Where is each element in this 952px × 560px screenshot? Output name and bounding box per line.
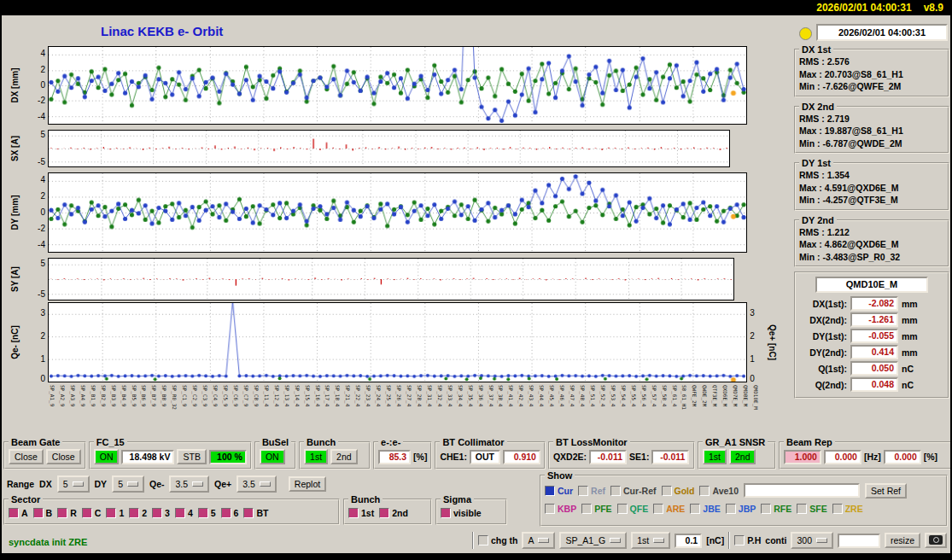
checkbox-label: 5 [211, 508, 216, 518]
dx-plot-canvas[interactable] [48, 46, 747, 125]
set-ref-button[interactable]: Set Ref [865, 483, 907, 499]
ee-ratio-title: e-:e- [378, 437, 403, 447]
optionmenu-indicator-icon [73, 481, 84, 487]
checkbox-label: Cur [558, 486, 573, 496]
beam-gate-close-button-1[interactable]: Close [9, 449, 44, 464]
checkbox-6[interactable]: 6 [221, 508, 239, 518]
bpm-label: SP_18_4 [334, 385, 341, 406]
checkbox-pfe[interactable]: PFE [581, 504, 611, 514]
bpm-label: SP_47_4 [569, 385, 575, 406]
control-row-1: Beam Gate Close Close FC_15 ON 18.498 kV… [3, 437, 952, 470]
dy-2nd-stats-group: DY 2nd RMS : 1.212 Max : 4.862@QXD6E_M M… [794, 215, 949, 268]
stat-rms: RMS : 1.212 [799, 226, 944, 239]
bpm-label: SP_54_4 [620, 385, 627, 406]
checkbox-ref[interactable]: Ref [578, 486, 605, 496]
interval-select[interactable]: 300 [791, 532, 833, 549]
checkbox-zre[interactable]: ZRE [832, 504, 863, 514]
show-title: Show [545, 470, 575, 481]
axis-tick-label: -2 [38, 224, 45, 233]
qmd-row: Q(1st):0.050nC [799, 361, 944, 376]
bt-lossmonitor-title: BT LossMonitor [553, 437, 630, 447]
range-dx-select[interactable]: 5 [57, 475, 90, 493]
qe-plot-canvas[interactable] [48, 302, 747, 382]
bunch-number-select[interactable]: 1st [631, 532, 670, 549]
checkbox-cur[interactable]: Cur [545, 486, 573, 496]
qmd-value: 0.048 [850, 377, 898, 392]
sx-plot-canvas[interactable] [48, 130, 730, 167]
checkbox-5[interactable]: 5 [198, 508, 216, 518]
conti-label: conti [765, 535, 786, 545]
collimator-value: 0.910 [503, 450, 540, 464]
beam-rep-value-3: 0.000 [884, 450, 921, 464]
checkbox-1st[interactable]: 1st [348, 508, 374, 518]
checkbox-gold[interactable]: Gold [662, 486, 695, 496]
checkbox-jbp[interactable]: JBP [726, 504, 756, 514]
bunch-2nd-button[interactable]: 2nd [330, 449, 358, 464]
qmd-value: -1.261 [850, 312, 898, 327]
dy-plot-canvas[interactable] [48, 172, 747, 253]
ref-name-input[interactable] [744, 483, 860, 498]
checkbox-r[interactable]: R [57, 508, 77, 518]
sector-select[interactable]: A [522, 532, 555, 549]
threshold-value: 0.1 [675, 534, 702, 548]
checkbox-qfe[interactable]: QFE [617, 504, 649, 514]
fc15-stb-button[interactable]: STB [177, 449, 206, 464]
checkbox-3[interactable]: 3 [152, 508, 170, 518]
checkbox-bt[interactable]: BT [243, 508, 268, 518]
bpm-label: SP_33_4 [447, 385, 453, 406]
checkbox-indicator [379, 508, 389, 518]
beam-gate-close-button-2[interactable]: Close [46, 449, 81, 464]
checkbox-a[interactable]: A [9, 508, 28, 518]
range-dy-select[interactable]: 5 [112, 475, 144, 493]
resize-button[interactable]: resize [885, 533, 920, 548]
checkbox-indicator [690, 504, 700, 514]
checkbox-b[interactable]: B [33, 508, 53, 518]
bunch-1st-button[interactable]: 1st [304, 449, 328, 464]
bpm-label: QMD8E_M [742, 385, 749, 406]
sector-select-value: A [528, 535, 534, 545]
qmd-unit: mm [902, 315, 918, 325]
snsr-2nd-button[interactable]: 2nd [729, 449, 756, 464]
checkbox-sfe[interactable]: SFE [797, 504, 826, 514]
status-blank-input[interactable] [838, 534, 880, 548]
snsr-1st-button[interactable]: 1st [703, 449, 727, 464]
orbit-application-window: 2026/02/01 04:00:31 v8.9 Linac KEKB e- O… [0, 0, 952, 560]
checkbox-2[interactable]: 2 [129, 508, 147, 518]
checkbox-2nd[interactable]: 2nd [379, 508, 408, 518]
checkbox-rfe[interactable]: RFE [761, 504, 791, 514]
chg-th-checkbox[interactable]: chg th [478, 535, 518, 545]
bpm-label: SP_B1_9 [90, 385, 96, 406]
selected-bpm-panel: QMD10E_M DX(1st):-2.082mmDX(2nd):-1.261m… [794, 271, 949, 399]
range-qem-select[interactable]: 3.5 [169, 475, 209, 493]
fc15-on-button[interactable]: ON [94, 449, 120, 464]
checkbox-indicator [82, 508, 92, 518]
qmd-label: Q(2nd): [799, 380, 847, 390]
bpm-select[interactable]: SP_A1_G [559, 532, 627, 549]
checkbox-4[interactable]: 4 [175, 508, 193, 518]
busel-on-button[interactable]: ON [260, 449, 285, 464]
ph-checkbox[interactable]: P.H [734, 535, 761, 545]
sy-plot-canvas[interactable] [48, 258, 734, 300]
checkbox-kbp[interactable]: KBP [545, 504, 576, 514]
checkbox-label: 2 [142, 508, 147, 518]
checkbox-jbe[interactable]: JBE [690, 504, 720, 514]
range-qep-select[interactable]: 3.5 [237, 475, 277, 493]
checkbox-cur-ref[interactable]: Cur-Ref [610, 486, 657, 496]
checkbox-1[interactable]: 1 [106, 508, 124, 518]
screenshot-button[interactable] [925, 533, 947, 548]
qmd-unit: nC [902, 364, 914, 374]
checkbox-c[interactable]: C [82, 508, 102, 518]
checkbox-indicator [441, 508, 451, 518]
sy-axis-label: SY [A] [7, 258, 22, 300]
checkbox-indicator [610, 486, 621, 496]
checkbox-ave10[interactable]: Ave10 [699, 486, 739, 496]
bpm-label: SP_56_4 [640, 385, 647, 406]
titlebar-version: v8.9 [924, 2, 943, 14]
ee-ratio-group: e-:e- 85.3 [%] [373, 437, 432, 470]
checkbox-visible[interactable]: visible [441, 508, 482, 518]
bpm-label: SP_26_4 [395, 385, 402, 406]
replot-button[interactable]: Replot [289, 476, 326, 492]
checkbox-are[interactable]: ARE [653, 504, 685, 514]
bpm-label: SP_B4_9 [120, 385, 127, 406]
bunch-select-group: Bunch 1st2nd [343, 494, 432, 525]
